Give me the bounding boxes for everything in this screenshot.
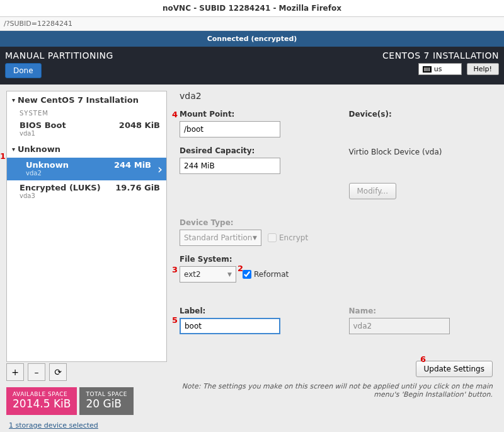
encrypt-checkbox[interactable]	[268, 233, 277, 242]
tree-header-new-install[interactable]: ▾ New CentOS 7 Installation	[7, 91, 166, 108]
remove-partition-button[interactable]: –	[28, 363, 45, 381]
install-title: CENTOS 7 INSTALLATION	[382, 50, 499, 61]
label-input[interactable]	[180, 318, 280, 334]
annotation-3: 3	[172, 265, 178, 274]
reload-button[interactable]: ⟳	[49, 363, 67, 381]
mount-point-label: Mount Point:	[180, 110, 324, 119]
vnc-status-bar: Connected (encrypted)	[0, 31, 504, 47]
add-partition-button[interactable]: +	[6, 363, 24, 381]
name-input[interactable]	[349, 318, 450, 334]
available-space-badge: AVAILABLE SPACE 2014.5 KiB	[6, 387, 77, 415]
devices-label: Device(s):	[349, 110, 493, 119]
storage-devices-link[interactable]: 1 storage device selected	[6, 421, 167, 429]
help-button[interactable]: Help!	[467, 63, 500, 75]
window-title: noVNC - SUBID 12284241 - Mozilla Firefox	[0, 0, 504, 17]
annotation-5: 5	[172, 315, 178, 325]
device-text: Virtio Block Device (vda)	[349, 148, 493, 156]
keyboard-icon	[423, 66, 432, 73]
panel-title: vda2	[180, 91, 493, 101]
desired-capacity-label: Desired Capacity:	[180, 146, 324, 155]
page-title: MANUAL PARTITIONING	[5, 50, 113, 61]
desired-capacity-input[interactable]	[180, 158, 280, 174]
tree-item-bios-boot[interactable]: BIOS Boot vda1 2048 KiB	[7, 118, 166, 141]
annotation-4: 4	[172, 110, 178, 119]
update-settings-button[interactable]: Update Settings	[416, 361, 493, 377]
url-bar: /?SUBID=12284241	[0, 17, 504, 31]
caret-down-icon: ▼	[253, 235, 257, 241]
total-space-badge: TOTAL SPACE 20 GiB	[79, 387, 133, 415]
name-label: Name:	[349, 306, 493, 315]
device-type-label: Device Type:	[180, 218, 493, 227]
keyboard-layout-label: us	[434, 65, 442, 73]
note-text: Note: The settings you make on this scre…	[180, 382, 493, 399]
modify-button[interactable]: Modify...	[349, 183, 397, 199]
chevron-down-icon: ▾	[12, 146, 15, 153]
reformat-checkbox[interactable]	[243, 270, 251, 279]
done-button[interactable]: Done	[5, 63, 42, 78]
file-system-label: File System:	[180, 255, 493, 264]
anaconda-header: MANUAL PARTITIONING Done CENTOS 7 INSTAL…	[0, 47, 504, 85]
encrypt-checkbox-label[interactable]: Encrypt	[268, 233, 308, 242]
device-type-select[interactable]: Standard Partition ▼	[180, 230, 261, 246]
annotation-2: 2	[238, 264, 243, 273]
partition-tree: ▾ New CentOS 7 Installation SYSTEM BIOS …	[6, 91, 167, 362]
annotation-6: 6	[420, 354, 426, 364]
label-label: Label:	[180, 306, 324, 315]
tree-item-vda2[interactable]: Unknown vda2 244 MiB	[7, 158, 166, 180]
chevron-down-icon: ▾	[12, 96, 15, 103]
reformat-checkbox-label[interactable]: Reformat	[243, 270, 289, 279]
tree-header-unknown[interactable]: ▾ Unknown	[7, 141, 166, 158]
annotation-1: 1	[0, 151, 6, 161]
tree-item-vda3[interactable]: Encrypted (LUKS) vda3 19.76 GiB	[7, 180, 166, 203]
caret-down-icon: ▼	[227, 271, 232, 277]
file-system-select[interactable]: ext2 ▼	[180, 266, 236, 283]
tree-section-system: SYSTEM	[7, 108, 166, 118]
keyboard-layout-selector[interactable]: us	[418, 63, 462, 75]
mount-point-input[interactable]	[180, 121, 280, 137]
